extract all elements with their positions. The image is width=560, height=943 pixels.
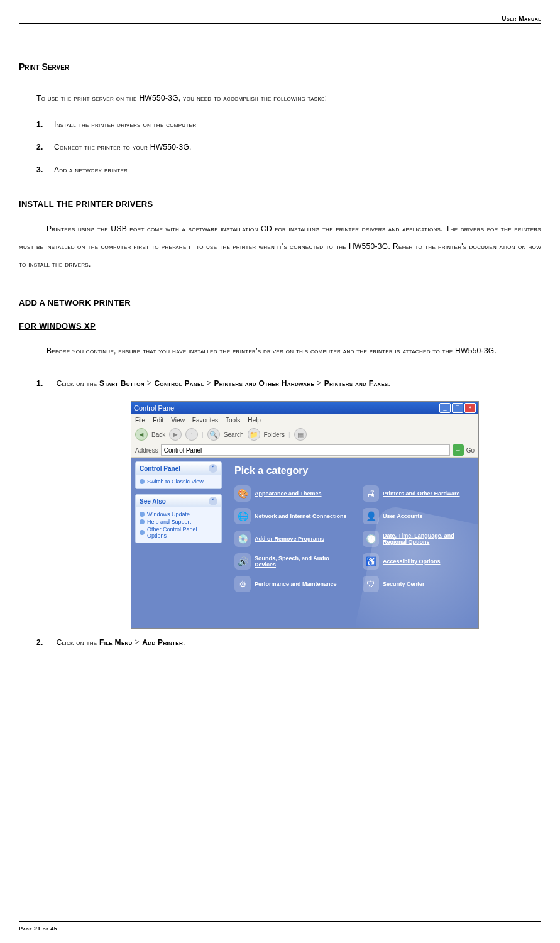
menu-favorites[interactable]: Favorites xyxy=(192,417,218,424)
section-heading-add: ADD A NETWORK PRINTER xyxy=(19,298,541,307)
category-appearance[interactable]: 🎨Appearance and Themes xyxy=(234,485,348,502)
menu-file[interactable]: File xyxy=(135,417,145,424)
section-subheading-xp: FOR WINDOWS XP xyxy=(19,321,541,331)
section-heading-install: INSTALL THE PRINTER DRIVERS xyxy=(19,199,541,209)
category-grid: 🎨Appearance and Themes 🖨Printers and Oth… xyxy=(234,485,478,592)
address-bar: Address → Go xyxy=(131,443,478,458)
folders-icon[interactable]: 📁 xyxy=(248,428,260,441)
step-pre: Click on the xyxy=(57,638,99,647)
bullet-icon xyxy=(140,512,145,517)
list-item: 2.Connect the printer to your HW550-3G. xyxy=(36,143,541,152)
address-label: Address xyxy=(135,447,158,454)
bullet-icon xyxy=(140,479,145,484)
cp-body: Control Panel ˄ Switch to Classic View S… xyxy=(131,458,478,629)
chevron-icon[interactable]: ˄ xyxy=(209,497,217,505)
category-label: Printers and Other Hardware xyxy=(383,490,460,497)
search-label[interactable]: Search xyxy=(224,431,244,438)
menu-bar: File Edit View Favorites Tools Help xyxy=(131,414,478,426)
appearance-icon: 🎨 xyxy=(234,485,251,502)
intro-text: To use the print server on the HW550-3G,… xyxy=(36,94,541,102)
list-number: 2. xyxy=(36,143,54,152)
sidebar: Control Panel ˄ Switch to Classic View S… xyxy=(131,458,226,629)
path-part: Control Panel xyxy=(154,379,204,388)
bullet-icon xyxy=(140,530,145,535)
back-icon[interactable]: ◄ xyxy=(135,428,148,441)
search-icon[interactable]: 🔍 xyxy=(207,428,220,441)
list-number: 1. xyxy=(36,120,54,129)
category-label: Add or Remove Programs xyxy=(255,536,324,542)
window-titlebar: Control Panel _ □ × xyxy=(131,402,478,414)
list-number: 3. xyxy=(36,165,54,174)
path-part: File Menu xyxy=(99,638,133,647)
sidebar-heading: See Also ˄ xyxy=(136,495,221,507)
category-sounds[interactable]: 🔊Sounds, Speech, and Audio Devices xyxy=(234,553,348,570)
install-paragraph: Printers using the USB port come with a … xyxy=(19,220,541,273)
folders-label[interactable]: Folders xyxy=(264,431,285,438)
accessibility-icon: ♿ xyxy=(363,553,379,570)
up-icon[interactable]: ↑ xyxy=(185,428,198,441)
category-printers[interactable]: 🖨Printers and Other Hardware xyxy=(363,485,476,502)
close-button[interactable]: × xyxy=(464,403,476,413)
toolbar: ◄ Back ► ↑ | 🔍 Search 📁 Folders | ▦ xyxy=(131,426,478,443)
page-number: Page 21 of 45 xyxy=(19,925,57,932)
address-input[interactable] xyxy=(161,444,450,456)
task-list: 1.Install the printer drivers on the com… xyxy=(36,120,541,174)
category-label: Accessibility Options xyxy=(383,558,441,565)
sidebar-title: See Also xyxy=(140,498,166,505)
printer-icon: 🖨 xyxy=(363,485,379,502)
maximize-button[interactable]: □ xyxy=(452,403,463,413)
back-label[interactable]: Back xyxy=(151,431,165,438)
footer: Page 21 of 45 xyxy=(19,921,541,932)
programs-icon: 💿 xyxy=(234,531,251,547)
gear-icon: ⚙ xyxy=(234,576,251,592)
sidebar-item-windows-update[interactable]: Windows Update xyxy=(140,511,217,517)
sidebar-item-other-options[interactable]: Other Control Panel Options xyxy=(140,526,217,539)
forward-icon[interactable]: ► xyxy=(169,428,182,441)
path-part: Printers and Faxes xyxy=(324,379,388,388)
category-datetime[interactable]: 🕒Date, Time, Language, and Regional Opti… xyxy=(363,531,476,547)
separator: > xyxy=(207,378,214,388)
category-accessibility[interactable]: ♿Accessibility Options xyxy=(363,553,476,570)
clock-icon: 🕒 xyxy=(363,531,379,547)
header-right: User Manual xyxy=(19,15,541,22)
category-programs[interactable]: 💿Add or Remove Programs xyxy=(234,531,348,547)
minimize-button[interactable]: _ xyxy=(439,403,451,413)
list-text: Connect the printer to your HW550-3G. xyxy=(54,143,192,152)
category-label: Performance and Maintenance xyxy=(255,581,337,587)
step-pre: Click on the xyxy=(57,379,99,388)
chevron-icon[interactable]: ˄ xyxy=(209,464,217,473)
sidebar-item-switch-view[interactable]: Switch to Classic View xyxy=(140,478,217,485)
category-security[interactable]: 🛡Security Center xyxy=(363,576,476,592)
sidebar-heading: Control Panel ˄ xyxy=(136,462,221,475)
window-title: Control Panel xyxy=(134,404,176,412)
sidebar-item-help-support[interactable]: Help and Support xyxy=(140,519,217,525)
category-label: User Accounts xyxy=(383,513,422,519)
category-label: Sounds, Speech, and Audio Devices xyxy=(255,555,348,568)
step-post: . xyxy=(183,638,185,647)
category-label: Appearance and Themes xyxy=(255,490,322,497)
category-label: Network and Internet Connections xyxy=(255,513,347,519)
go-label[interactable]: Go xyxy=(466,447,475,454)
menu-tools[interactable]: Tools xyxy=(226,417,240,424)
category-network[interactable]: 🌐Network and Internet Connections xyxy=(234,508,348,524)
user-icon: 👤 xyxy=(363,508,379,524)
bullet-icon xyxy=(140,519,145,524)
go-button[interactable]: → xyxy=(453,444,464,456)
network-icon: 🌐 xyxy=(234,508,251,524)
category-label: Security Center xyxy=(383,581,425,587)
step-post: . xyxy=(388,379,390,388)
category-users[interactable]: 👤User Accounts xyxy=(363,508,476,524)
category-performance[interactable]: ⚙Performance and Maintenance xyxy=(234,576,348,592)
list-item: 2. Click on the File Menu > Add Printer. xyxy=(36,637,541,648)
header-rule: User Manual xyxy=(19,15,541,24)
shield-icon: 🛡 xyxy=(363,576,379,592)
menu-edit[interactable]: Edit xyxy=(153,417,163,424)
sidebar-item-label: Help and Support xyxy=(147,519,191,525)
step-list: 1. Click on the Start Button > Control P… xyxy=(36,378,541,389)
views-icon[interactable]: ▦ xyxy=(294,428,307,441)
menu-view[interactable]: View xyxy=(171,417,185,424)
list-item: 3.Add a network printer xyxy=(36,165,541,174)
menu-help[interactable]: Help xyxy=(248,417,261,424)
list-number: 1. xyxy=(36,379,54,388)
sidebar-box-control-panel: Control Panel ˄ Switch to Classic View xyxy=(135,461,222,489)
